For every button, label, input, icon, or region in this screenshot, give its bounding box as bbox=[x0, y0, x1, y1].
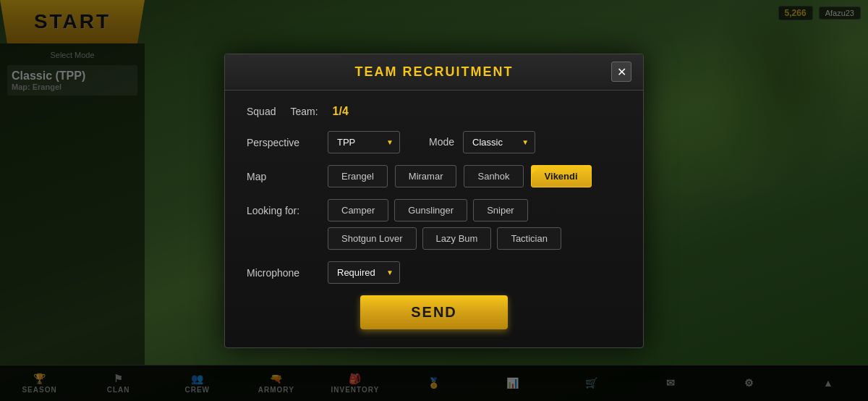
role-sniper[interactable]: Sniper bbox=[473, 199, 528, 221]
perspective-mode-row: Perspective TPP ▼ Mode Classic ▼ bbox=[247, 131, 621, 153]
looking-for-label: Looking for: bbox=[247, 199, 319, 216]
role-row-2: Shotgun Lover Lazy Bum Tactician bbox=[328, 227, 561, 250]
map-label: Map bbox=[247, 165, 319, 182]
map-miramar[interactable]: Miramar bbox=[395, 165, 457, 187]
mode-value: Classic bbox=[472, 137, 503, 148]
send-row: Send bbox=[247, 295, 621, 329]
close-button[interactable]: ✕ bbox=[611, 62, 631, 82]
perspective-dropdown-arrow: ▼ bbox=[386, 138, 393, 146]
role-tactician[interactable]: Tactician bbox=[497, 227, 561, 250]
microphone-label: Microphone bbox=[247, 261, 319, 279]
modal-header: Team Recruitment ✕ bbox=[225, 54, 643, 90]
modal-body: Squad Team: 1/4 Perspective TPP ▼ Mode C… bbox=[225, 90, 643, 347]
microphone-dropdown-arrow: ▼ bbox=[386, 269, 393, 277]
perspective-content: TPP ▼ Mode Classic ▼ bbox=[328, 131, 621, 153]
send-button[interactable]: Send bbox=[360, 295, 508, 329]
modal-backdrop: Team Recruitment ✕ Squad Team: 1/4 Persp… bbox=[0, 0, 868, 401]
role-gunslinger[interactable]: Gunslinger bbox=[394, 199, 467, 221]
map-erangel[interactable]: Erangel bbox=[328, 165, 388, 187]
team-label: Team: bbox=[290, 106, 318, 117]
map-content: Erangel Miramar Sanhok Vikendi bbox=[328, 165, 621, 187]
looking-for-row: Looking for: Camper Gunslinger Sniper Sh… bbox=[247, 199, 621, 250]
mode-dropdown-arrow: ▼ bbox=[522, 138, 529, 146]
microphone-row: Microphone Required ▼ bbox=[247, 261, 621, 284]
role-lazy-bum[interactable]: Lazy Bum bbox=[422, 227, 492, 250]
perspective-label: Perspective bbox=[247, 131, 319, 148]
squad-label: Squad bbox=[247, 106, 276, 117]
mode-section: Mode Classic ▼ bbox=[429, 131, 535, 153]
squad-team-row: Squad Team: 1/4 bbox=[247, 105, 621, 118]
team-value: 1/4 bbox=[333, 105, 349, 118]
role-shotgun-lover[interactable]: Shotgun Lover bbox=[328, 227, 417, 250]
perspective-dropdown[interactable]: TPP ▼ bbox=[328, 131, 400, 153]
role-camper[interactable]: Camper bbox=[328, 199, 388, 221]
mode-section-label: Mode bbox=[429, 136, 454, 148]
role-rows: Camper Gunslinger Sniper Shotgun Lover L… bbox=[328, 199, 561, 250]
mode-dropdown[interactable]: Classic ▼ bbox=[463, 131, 535, 153]
modal-title: Team Recruitment bbox=[355, 64, 514, 80]
perspective-value: TPP bbox=[337, 137, 355, 148]
microphone-dropdown[interactable]: Required ▼ bbox=[328, 261, 400, 284]
microphone-value: Required bbox=[337, 267, 375, 278]
role-row-1: Camper Gunslinger Sniper bbox=[328, 199, 561, 221]
map-row: Map Erangel Miramar Sanhok Vikendi bbox=[247, 165, 621, 187]
map-vikendi[interactable]: Vikendi bbox=[531, 165, 592, 187]
team-recruitment-modal: Team Recruitment ✕ Squad Team: 1/4 Persp… bbox=[224, 54, 644, 348]
microphone-content: Required ▼ bbox=[328, 261, 621, 284]
map-sanhok[interactable]: Sanhok bbox=[464, 165, 523, 187]
